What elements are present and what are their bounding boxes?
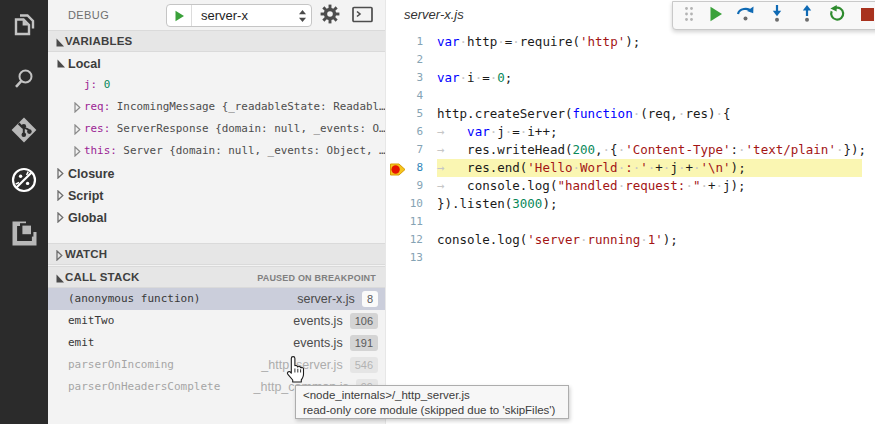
variable-row-this[interactable]: this: Server {domain: null, _events: Obj…	[48, 140, 385, 162]
line-number[interactable]: 10	[386, 195, 423, 213]
code-line-6[interactable]: 6→ var·j·=·i++;	[386, 123, 875, 141]
variable-name: res	[84, 122, 104, 135]
call-stack-frame[interactable]: emitevents.js191	[48, 332, 385, 354]
start-debug-icon[interactable]	[167, 5, 192, 26]
scope-row-closure[interactable]: Closure	[48, 162, 385, 184]
frame-line-badge: 106	[350, 313, 378, 329]
call-stack-list: (anonymous function)server-x.js8emitTwoe…	[48, 288, 385, 398]
extensions-icon	[9, 219, 39, 253]
line-number[interactable]: 3	[386, 69, 423, 87]
git-branch-icon	[9, 115, 39, 149]
chevron-collapsed-icon[interactable]	[57, 190, 64, 201]
activity-bar	[0, 0, 48, 424]
scope-row-global[interactable]: Global	[48, 206, 385, 228]
debug-toolbar	[672, 1, 875, 30]
code-text: }).listen(3000);	[437, 195, 557, 213]
variable-value: Server {domain: null, _events: Object, …	[123, 144, 385, 157]
continue-button[interactable]	[702, 4, 729, 28]
line-number[interactable]: 6	[386, 123, 423, 141]
code-text: var·i·=·0;	[437, 69, 512, 87]
launch-config-select[interactable]: server-x	[166, 4, 312, 27]
watch-section-header[interactable]: WATCH	[48, 243, 385, 265]
call-stack-section-header[interactable]: CALL STACK PAUSED ON BREAKPOINT	[48, 266, 385, 288]
chevron-collapsed-icon[interactable]	[74, 124, 81, 135]
code-line-2[interactable]: 2	[386, 51, 875, 69]
chevron-collapsed-icon[interactable]	[57, 168, 64, 179]
variable-value: IncomingMessage {_readableState: Readabl…	[117, 100, 385, 113]
code-line-10[interactable]: 10}).listen(3000);	[386, 195, 875, 213]
call-stack-frame[interactable]: parserOnIncoming_http_server.js546	[48, 354, 385, 376]
code-line-9[interactable]: 9→ console.log("handled·request:·"·+·j);	[386, 177, 875, 195]
open-debug-console-button[interactable]	[350, 4, 374, 28]
variable-name: req	[84, 100, 104, 113]
editor[interactable]: server-x.js 1var·http·=·require('http');…	[385, 0, 875, 424]
sidebar-header: DEBUG server-x	[48, 0, 385, 30]
variable-row-res[interactable]: res: ServerResponse {domain: null, _even…	[48, 118, 385, 140]
line-number[interactable]: 11	[386, 213, 423, 231]
code-line-11[interactable]: 11	[386, 213, 875, 231]
skipfiles-tooltip: <node_internals>/_http_server.js read-on…	[295, 385, 569, 419]
step-out-button[interactable]	[793, 4, 820, 28]
activity-item-extensions[interactable]	[0, 212, 48, 260]
restart-button[interactable]	[823, 4, 850, 28]
code-line-3[interactable]: 3var·i·=·0;	[386, 69, 875, 87]
tooltip-path: <node_internals>/_http_server.js	[303, 388, 561, 403]
chevron-expanded-icon[interactable]	[56, 59, 65, 68]
toolbar-drag-handle[interactable]	[678, 4, 699, 28]
variables-list: Localj: 0req: IncomingMessage {_readable…	[48, 52, 385, 228]
code-line-5[interactable]: 5http.createServer(function·(req,·res)·{	[386, 105, 875, 123]
line-number[interactable]: 12	[386, 231, 423, 249]
step-into-icon	[771, 5, 783, 26]
activity-item-source-control[interactable]	[0, 108, 48, 156]
frame-function: (anonymous function)	[68, 288, 200, 310]
line-number[interactable]: 8	[386, 159, 423, 177]
code-line-12[interactable]: 12console.log('server·running·1');	[386, 231, 875, 249]
line-number[interactable]: 9	[386, 177, 423, 195]
continue-icon	[709, 6, 723, 26]
frame-file: server-x.js	[297, 288, 355, 310]
code-text: → res.end('Hello·World·:·'·+·j·+·'\n');	[437, 159, 746, 177]
code-line-13[interactable]: 13	[386, 249, 875, 267]
call-stack-section-label: CALL STACK	[65, 271, 139, 283]
chevron-collapsed-icon[interactable]	[57, 212, 64, 223]
frame-function: emit	[68, 332, 95, 354]
stop-icon	[861, 7, 874, 25]
call-stack-frame[interactable]: (anonymous function)server-x.js8	[48, 288, 385, 310]
activity-item-debug[interactable]	[0, 158, 48, 206]
code-line-7[interactable]: 7→ res.writeHead(200,·{·'Content-Type':·…	[386, 141, 875, 159]
scope-row-local[interactable]: Local	[48, 52, 385, 74]
watch-section-label: WATCH	[65, 248, 107, 260]
code-text: var·http·=·require('http');	[437, 33, 640, 51]
code-text: → var·j·=·i++;	[437, 123, 557, 141]
line-number[interactable]: 5	[386, 105, 423, 123]
activity-item-explorer[interactable]	[0, 3, 48, 51]
code-line-8[interactable]: 8→ res.end('Hello·World·:·'·+·j·+·'\n');	[386, 159, 875, 177]
chevron-collapsed-icon[interactable]	[74, 102, 81, 113]
stop-button[interactable]	[854, 4, 875, 28]
code-line-1[interactable]: 1var·http·=·require('http');	[386, 33, 875, 51]
line-number[interactable]: 4	[386, 87, 423, 105]
variable-row-req[interactable]: req: IncomingMessage {_readableState: Re…	[48, 96, 385, 118]
frame-function: emitTwo	[68, 310, 114, 332]
line-number[interactable]: 2	[386, 51, 423, 69]
variables-section-header[interactable]: VARIABLES	[48, 30, 385, 52]
line-number[interactable]: 7	[386, 141, 423, 159]
scope-row-script[interactable]: Script	[48, 184, 385, 206]
variable-row-j[interactable]: j: 0	[48, 74, 385, 96]
activity-item-search[interactable]	[0, 57, 48, 105]
launch-config-label: server-x	[192, 8, 293, 23]
line-number[interactable]: 13	[386, 249, 423, 267]
sidebar-title: DEBUG	[68, 9, 109, 21]
step-into-button[interactable]	[763, 4, 790, 28]
chevron-collapsed-icon[interactable]	[74, 146, 81, 157]
call-stack-frame[interactable]: emitTwoevents.js106	[48, 310, 385, 332]
paused-status-badge: PAUSED ON BREAKPOINT	[257, 273, 376, 283]
line-number[interactable]: 1	[386, 33, 423, 51]
editor-tab-title[interactable]: server-x.js	[404, 7, 464, 22]
step-over-button[interactable]	[733, 4, 760, 28]
code-line-4[interactable]: 4	[386, 87, 875, 105]
code-area[interactable]: 1var·http·=·require('http');23var·i·=·0;…	[386, 33, 875, 267]
frame-file: events.js	[293, 310, 342, 332]
variable-name: this	[84, 144, 110, 157]
configure-gear-button[interactable]	[318, 4, 342, 28]
